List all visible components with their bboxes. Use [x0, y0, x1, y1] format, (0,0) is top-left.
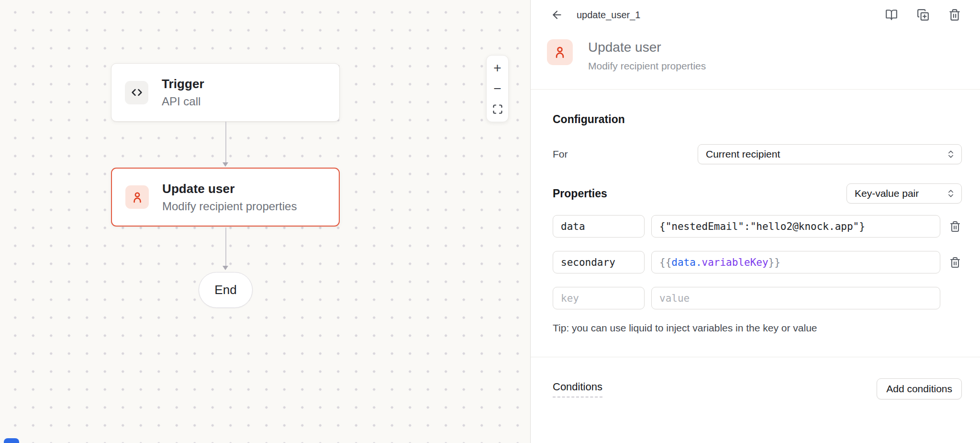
- node-update-user[interactable]: Update user Modify recipient properties: [111, 168, 340, 227]
- liquid-brace: {{: [659, 257, 671, 268]
- end-label: End: [214, 283, 236, 297]
- copy-plus-icon: [917, 9, 929, 21]
- zoom-out-button[interactable]: −: [487, 79, 508, 98]
- liquid-brace: }}: [768, 257, 780, 268]
- property-row-empty: [553, 287, 962, 309]
- for-select-value: Current recipient: [706, 148, 780, 160]
- liquid-tip-text: Tip: you can use liquid to inject variab…: [553, 322, 962, 334]
- book-open-icon: [885, 9, 898, 21]
- chat-launcher-button[interactable]: [4, 438, 19, 443]
- trash-icon: [949, 257, 961, 268]
- user-icon: [547, 39, 573, 65]
- conditions-section: Conditions Add conditions: [531, 378, 980, 399]
- liquid-dot: .: [696, 257, 702, 268]
- node-title: Trigger: [162, 77, 204, 91]
- chevron-up-down-icon: [946, 189, 956, 198]
- delete-row-button[interactable]: [948, 220, 962, 233]
- fit-view-icon: [492, 103, 503, 115]
- node-subtitle: Modify recipient properties: [162, 200, 297, 213]
- user-icon: [125, 185, 149, 209]
- panel-header: update_user_1: [531, 0, 980, 30]
- zoom-in-button[interactable]: +: [487, 58, 508, 78]
- property-value-input[interactable]: {{data.variableKey}}: [651, 251, 940, 273]
- connector-update-to-end: [223, 227, 229, 272]
- step-summary: Update user Modify recipient properties: [531, 30, 980, 89]
- divider: [531, 357, 980, 357]
- step-type-title: Update user: [588, 39, 706, 56]
- arrow-left-icon: [551, 9, 563, 21]
- step-type-subtitle: Modify recipient properties: [588, 60, 706, 72]
- canvas-zoom-toolbar: + −: [486, 55, 509, 122]
- configuration-heading: Configuration: [553, 113, 962, 126]
- property-key-input[interactable]: [553, 287, 645, 309]
- for-field-row: For Current recipient: [553, 144, 962, 164]
- property-key-input[interactable]: [553, 251, 645, 273]
- delete-step-button[interactable]: [947, 8, 962, 22]
- step-summary-text: Update user Modify recipient properties: [588, 39, 706, 89]
- docs-button[interactable]: [884, 8, 899, 22]
- workflow-editor: Trigger API call Update user Modify reci…: [0, 0, 980, 443]
- property-row: [553, 215, 962, 238]
- add-conditions-button[interactable]: Add conditions: [877, 378, 962, 399]
- property-row: {{data.variableKey}}: [553, 251, 962, 273]
- node-title: Update user: [162, 182, 297, 196]
- step-key-title: update_user_1: [577, 10, 640, 21]
- for-select[interactable]: Current recipient: [698, 144, 962, 164]
- code-icon: [125, 81, 148, 104]
- properties-mode-select[interactable]: Key-value pair: [846, 183, 962, 204]
- properties-heading: Properties: [553, 187, 607, 200]
- step-settings-panel: update_user_1: [530, 0, 980, 443]
- conditions-row: Conditions Add conditions: [553, 378, 962, 399]
- configuration-section: Configuration For Current recipient Prop…: [531, 113, 980, 334]
- properties-mode-value: Key-value pair: [855, 188, 919, 199]
- connector-trigger-to-update: [223, 122, 229, 168]
- liquid-object: data: [671, 257, 696, 268]
- duplicate-step-button[interactable]: [916, 8, 930, 22]
- plus-icon: +: [493, 61, 501, 75]
- header-actions: [884, 8, 962, 22]
- property-value-input[interactable]: [651, 215, 940, 238]
- fit-view-button[interactable]: [487, 100, 508, 119]
- node-trigger[interactable]: Trigger API call: [111, 63, 340, 122]
- property-key-input[interactable]: [553, 215, 645, 238]
- node-subtitle: API call: [162, 95, 204, 108]
- conditions-heading[interactable]: Conditions: [553, 381, 602, 398]
- trash-icon: [949, 221, 961, 232]
- for-label: For: [553, 148, 568, 160]
- node-end[interactable]: End: [199, 272, 253, 308]
- node-trigger-text: Trigger API call: [162, 77, 204, 108]
- chevron-up-down-icon: [946, 149, 956, 159]
- liquid-key: variableKey: [702, 257, 768, 268]
- property-value-input[interactable]: [651, 287, 940, 309]
- property-rows: {{data.variableKey}}: [553, 215, 962, 309]
- divider: [531, 89, 980, 90]
- minus-icon: −: [493, 82, 501, 95]
- workflow-canvas[interactable]: Trigger API call Update user Modify reci…: [0, 0, 530, 443]
- properties-header-row: Properties Key-value pair: [553, 183, 962, 204]
- node-update-user-text: Update user Modify recipient properties: [162, 182, 297, 213]
- back-button[interactable]: [549, 7, 565, 23]
- delete-row-button[interactable]: [948, 256, 962, 269]
- trash-icon: [948, 9, 961, 21]
